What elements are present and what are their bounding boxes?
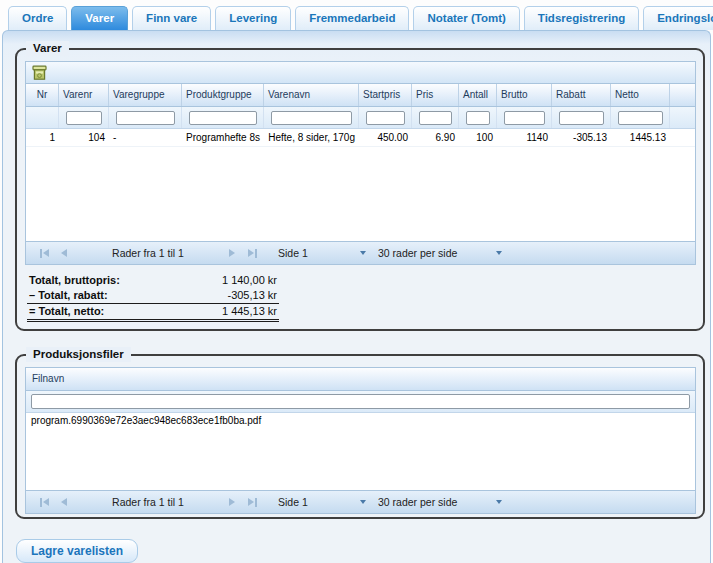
column-header-filnavn[interactable]: Filnavn [26,368,695,391]
filter-cell-nr [26,107,59,128]
chevron-down-icon [360,251,366,255]
column-header-produktgruppe[interactable]: Produktgruppe [182,84,264,106]
files-grid-pager: Rader fra 1 til 1 Side 1 30 rader per si… [26,490,695,513]
column-header-nr[interactable]: Nr [26,84,59,106]
tab-content-panel: Varer Nr Varenr Varegruppe Produkt [2,30,711,563]
files-grid-body: program.6990369e72e3aec948ec683ece1fb0ba… [26,413,695,490]
filter-cell-brutto [497,107,552,128]
pager-prev-icon [61,249,67,257]
save-varelisten-button[interactable]: Lagre varelisten [16,539,138,563]
pager-last-button[interactable] [242,494,262,510]
column-header-netto[interactable]: Netto [611,84,670,106]
pager-rows-info: Rader fra 1 til 1 [74,247,222,259]
footer: Lagre varelisten [15,519,710,563]
column-header-antall[interactable]: Antall [459,84,497,106]
cell-produktgruppe: Programhefte 8s [182,129,264,146]
column-header-varegruppe[interactable]: Varegruppe [109,84,182,106]
column-header-startpris[interactable]: Startpris [359,84,412,106]
cell-antall: 100 [459,129,497,146]
pager-page-label: Side 1 [278,496,308,508]
tab-tidsregistrering[interactable]: Tidsregistrering [524,6,639,30]
pager-page-size-select[interactable]: 30 rader per side [378,496,502,508]
pager-first-icon [43,249,49,257]
tab-notater[interactable]: Notater (Tomt) [413,6,519,30]
pager-page-size-label: 30 rader per side [378,496,457,508]
cell-spacer [670,129,695,146]
pager-last-button[interactable] [242,245,262,261]
filter-input-brutto[interactable] [504,111,545,125]
column-header-scrollbar-spacer [670,84,695,106]
filter-input-netto[interactable] [618,111,663,125]
pager-last-icon [255,498,257,507]
totals-netto-value: 1 445,13 kr [222,304,277,319]
cell-varenr: 104 [59,129,109,146]
cell-brutto: 1140 [497,129,552,146]
pager-next-icon [229,249,235,257]
varer-grid-pager: Rader fra 1 til 1 Side 1 30 rader per si… [26,241,695,264]
filter-cell-varenavn [264,107,359,128]
pager-last-icon [255,249,257,258]
totals-netto-label: = Totalt, netto: [29,304,104,319]
totals-brutto-label: Totalt, bruttopris: [29,273,120,288]
filter-input-startpris[interactable] [366,111,405,125]
chevron-down-icon [360,500,366,504]
pager-next-button[interactable] [222,245,242,261]
pager-next-button[interactable] [222,494,242,510]
varer-grid-body: 1 104 - Programhefte 8s Hefte, 8 sider, … [26,129,695,241]
filter-cell-netto [611,107,670,128]
trash-bin-icon[interactable] [31,65,48,81]
filter-input-varenr[interactable] [66,111,102,125]
tab-varer[interactable]: Varer [71,6,128,30]
totals-rabatt-value: -305,13 kr [227,288,277,303]
pager-page-size-label: 30 rader per side [378,247,457,259]
pager-first-icon [40,249,42,258]
filter-input-filnavn[interactable] [31,394,690,409]
totals-rabatt-label: – Totalt, rabatt: [29,288,108,303]
varer-grid-filter-row [26,107,695,129]
tab-ordre[interactable]: Ordre [8,6,67,30]
varer-fieldset: Varer Nr Varenr Varegruppe Produkt [15,48,705,331]
pager-prev-button[interactable] [54,245,74,261]
cell-pris: 6.90 [412,129,459,146]
column-header-varenr[interactable]: Varenr [59,84,109,106]
tab-finn-vare[interactable]: Finn vare [132,6,211,30]
filter-input-varenavn[interactable] [271,111,352,125]
produksjonsfiler-legend: Produksjonsfiler [26,347,131,362]
pager-first-button[interactable] [34,245,54,261]
filter-input-pris[interactable] [419,111,452,125]
pager-page-select[interactable]: Side 1 [278,247,366,259]
files-grid-filter-row [26,391,695,413]
chevron-down-icon [496,500,502,504]
column-header-varenavn[interactable]: Varenavn [264,84,359,106]
tab-endringslogg[interactable]: Endringslogg [643,6,713,30]
column-header-pris[interactable]: Pris [412,84,459,106]
pager-first-button[interactable] [34,494,54,510]
filter-cell-pris [412,107,459,128]
tab-fremmedarbeid[interactable]: Fremmedarbeid [295,6,409,30]
totals-row-brutto: Totalt, bruttopris: 1 140,00 kr [27,273,279,288]
pager-rows-info: Rader fra 1 til 1 [74,496,222,508]
filter-cell-varenr [59,107,109,128]
filter-input-rabatt[interactable] [559,111,604,125]
filter-cell-spacer [670,107,695,128]
table-row[interactable]: 1 104 - Programhefte 8s Hefte, 8 sider, … [26,129,695,147]
pager-page-size-select[interactable]: 30 rader per side [378,247,502,259]
pager-page-select[interactable]: Side 1 [278,496,366,508]
pager-page-label: Side 1 [278,247,308,259]
tab-levering[interactable]: Levering [215,6,291,30]
chevron-down-icon [496,251,502,255]
filter-cell-startpris [359,107,412,128]
filter-input-antall[interactable] [466,111,490,125]
file-row[interactable]: program.6990369e72e3aec948ec683ece1fb0ba… [26,413,695,429]
filter-input-produktgruppe[interactable] [189,111,257,125]
pager-prev-button[interactable] [54,494,74,510]
filter-input-varegruppe[interactable] [116,111,175,125]
column-header-rabatt[interactable]: Rabatt [552,84,611,106]
pager-prev-icon [61,498,67,506]
cell-startpris: 450.00 [359,129,412,146]
column-header-brutto[interactable]: Brutto [497,84,552,106]
cell-netto: 1445.13 [611,129,670,146]
cell-varenavn: Hefte, 8 sider, 170g [264,129,359,146]
cell-nr: 1 [26,129,59,146]
filter-cell-varegruppe [109,107,182,128]
